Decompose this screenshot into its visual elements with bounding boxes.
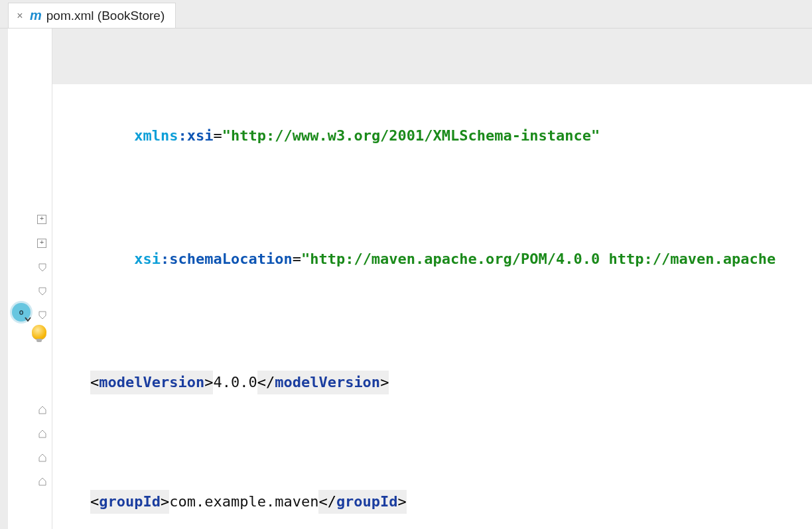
fold-end-icon[interactable] bbox=[37, 477, 48, 487]
code-area[interactable]: xmlns:xsi="http://www.w3.org/2001/XMLSch… bbox=[52, 29, 812, 529]
editor: + + o bbox=[0, 29, 812, 529]
tab-title: pom.xml (BookStore) bbox=[46, 9, 165, 23]
code-line: xsi:schemaLocation="http://maven.apache.… bbox=[52, 243, 812, 275]
code-line: xmlns:xsi="http://www.w3.org/2001/XMLSch… bbox=[52, 124, 812, 148]
fold-end-icon[interactable] bbox=[37, 405, 48, 416]
fold-collapse-icon[interactable] bbox=[37, 310, 48, 320]
code-lines: xmlns:xsi="http://www.w3.org/2001/XMLSch… bbox=[52, 29, 812, 529]
close-icon[interactable]: × bbox=[15, 11, 25, 21]
gutter[interactable]: + + o bbox=[8, 29, 52, 529]
intention-action-icon[interactable]: o bbox=[12, 303, 31, 322]
code-line: <groupId>com.example.maven</groupId> bbox=[52, 490, 812, 514]
fold-end-icon[interactable] bbox=[37, 429, 48, 440]
fold-expand-icon[interactable]: + bbox=[37, 215, 46, 224]
tab-bar: × m pom.xml (BookStore) bbox=[0, 0, 812, 29]
fold-expand-icon[interactable]: + bbox=[37, 239, 46, 248]
code-line: <modelVersion>4.0.0</modelVersion> bbox=[52, 371, 812, 394]
fold-collapse-icon[interactable] bbox=[37, 286, 48, 296]
fold-collapse-icon[interactable] bbox=[37, 262, 48, 272]
lightbulb-icon[interactable] bbox=[32, 325, 46, 339]
editor-tab-pom[interactable]: × m pom.xml (BookStore) bbox=[8, 3, 176, 28]
left-margin bbox=[0, 29, 8, 529]
fold-end-icon[interactable] bbox=[37, 453, 48, 463]
maven-file-icon: m bbox=[30, 8, 41, 23]
